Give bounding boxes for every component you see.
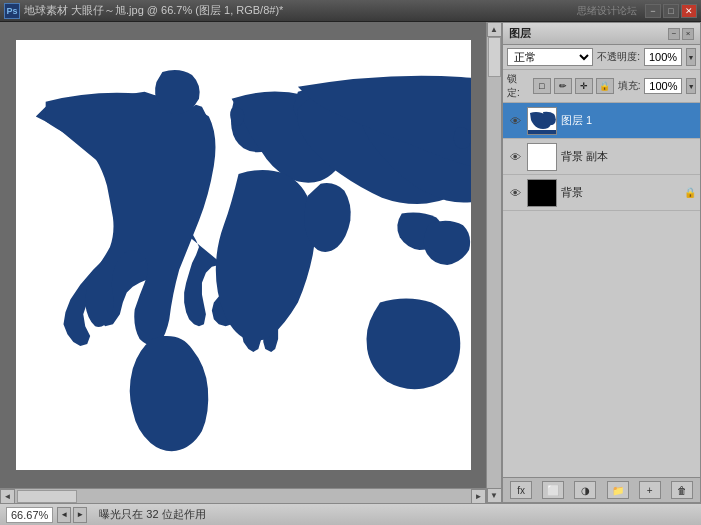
panel-header: 图层 − × [503,23,700,45]
canvas-area: ▲ ▼ ◄ ► [0,22,501,503]
minimize-button[interactable]: − [645,4,661,18]
layer-fx-button[interactable]: fx [510,481,532,499]
layer-thumbnail-1 [527,107,557,135]
layers-panel: 图层 − × 正常 不透明度: ▼ 锁定: □ ✏ [502,22,701,503]
status-nav-arrows: ◄ ► [57,507,87,523]
fill-label: 填充: [618,79,641,93]
scroll-left-arrow[interactable]: ◄ [0,489,15,504]
layer-adjustment-button[interactable]: ◑ [574,481,596,499]
layer-delete-button[interactable]: 🗑 [671,481,693,499]
blend-mode-select[interactable]: 正常 [507,48,593,66]
zoom-level[interactable]: 66.67% [6,507,53,523]
vertical-scrollbar[interactable]: ▲ ▼ [486,22,501,503]
scroll-track-v[interactable] [487,37,502,488]
layers-list: 👁 图层 1 👁 [503,103,700,477]
status-text: 曝光只在 32 位起作用 [91,507,695,522]
layer-item-bg[interactable]: 👁 背景 🔒 [503,175,700,211]
fill-input[interactable] [644,78,682,94]
main-area: ▲ ▼ ◄ ► 图层 − × [0,22,701,503]
layer-eye-1[interactable]: 👁 [507,113,523,129]
panel-collapse-button[interactable]: − [668,28,680,40]
layer-mask-button[interactable]: ⬜ [542,481,564,499]
blend-mode-row: 正常 不透明度: ▼ [503,45,700,70]
layer-eye-bg-copy[interactable]: 👁 [507,149,523,165]
opacity-arrow[interactable]: ▼ [686,48,696,66]
scroll-right-arrow[interactable]: ► [471,489,486,504]
lock-paint-btn[interactable]: ✏ [554,78,572,94]
title-bar-left: Ps 地球素材 大眼仔～旭.jpg @ 66.7% (图层 1, RGB/8#)… [4,3,283,19]
layer-thumbnail-bg [527,179,557,207]
scroll-track-h[interactable] [15,489,471,504]
layer-name-bg: 背景 [561,185,680,200]
title-bar: Ps 地球素材 大眼仔～旭.jpg @ 66.7% (图层 1, RGB/8#)… [0,0,701,22]
scroll-thumb-v[interactable] [488,37,501,77]
opacity-input[interactable] [644,48,682,66]
window-title: 地球素材 大眼仔～旭.jpg @ 66.7% (图层 1, RGB/8#)* [24,3,283,18]
layer-thumb-white [528,144,556,170]
right-panel: 图层 − × 正常 不透明度: ▼ 锁定: □ ✏ [501,22,701,503]
world-map-image [16,40,471,470]
panel-close-button[interactable]: × [682,28,694,40]
scroll-down-arrow[interactable]: ▼ [487,488,502,503]
status-bar: 66.67% ◄ ► 曝光只在 32 位起作用 [0,503,701,525]
status-next-button[interactable]: ► [73,507,87,523]
layer-name-bg-copy: 背景 副本 [561,149,696,164]
layer-thumb-black [528,180,556,206]
layer-lock-icon: 🔒 [684,187,696,198]
layer-eye-bg[interactable]: 👁 [507,185,523,201]
watermark-text: 思绪设计论坛 [577,4,637,18]
horizontal-scrollbar[interactable]: ◄ ► [0,488,486,503]
layer-bottom-bar: fx ⬜ ◑ 📁 + 🗑 [503,477,700,502]
image-canvas [16,40,471,470]
layer-thumb-world [528,108,556,134]
layer-name-1: 图层 1 [561,113,696,128]
lock-position-btn[interactable]: ✛ [575,78,593,94]
lock-icons: □ ✏ ✛ 🔒 [533,78,614,94]
panel-controls: − × [668,28,694,40]
title-bar-right: 思绪设计论坛 − □ ✕ [577,4,697,18]
layer-new-button[interactable]: + [639,481,661,499]
layer-group-button[interactable]: 📁 [607,481,629,499]
layer-item-1[interactable]: 👁 图层 1 [503,103,700,139]
status-prev-button[interactable]: ◄ [57,507,71,523]
scroll-up-arrow[interactable]: ▲ [487,22,502,37]
fill-arrow[interactable]: ▼ [686,78,696,94]
lock-row: 锁定: □ ✏ ✛ 🔒 填充: ▼ [503,70,700,103]
lock-transparent-btn[interactable]: □ [533,78,551,94]
panel-title: 图层 [509,26,531,41]
scroll-thumb-h[interactable] [17,490,77,503]
layer-thumbnail-bg-copy [527,143,557,171]
maximize-button[interactable]: □ [663,4,679,18]
layer-item-bg-copy[interactable]: 👁 背景 副本 [503,139,700,175]
opacity-label: 不透明度: [597,50,640,64]
lock-all-btn[interactable]: 🔒 [596,78,614,94]
ps-icon: Ps [4,3,20,19]
lock-label: 锁定: [507,72,529,100]
close-button[interactable]: ✕ [681,4,697,18]
